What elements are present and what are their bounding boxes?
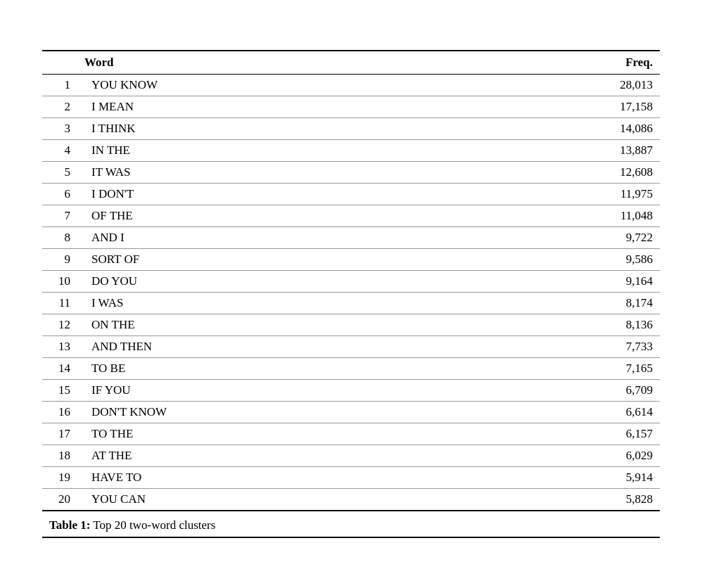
freq-cell: 6,029 — [469, 445, 660, 467]
word-cell: YOU CAN — [77, 489, 469, 511]
rank-cell: 7 — [42, 205, 77, 227]
word-cell: AND THEN — [77, 336, 469, 358]
word-cell: AND I — [77, 227, 469, 249]
freq-cell: 7,733 — [469, 336, 660, 358]
table-caption-cell: Table 1: Top 20 two-word clusters — [42, 511, 660, 537]
table-row: 12ON THE8,136 — [42, 314, 660, 336]
rank-cell: 3 — [42, 118, 77, 140]
freq-cell: 7,165 — [469, 358, 660, 380]
rank-cell: 9 — [42, 249, 77, 271]
freq-header: Freq. — [469, 51, 660, 75]
rank-cell: 5 — [42, 162, 77, 184]
table-row: 3I THINK14,086 — [42, 118, 660, 140]
word-cell: IT WAS — [77, 162, 469, 184]
word-cell: IN THE — [77, 140, 469, 162]
rank-cell: 12 — [42, 314, 77, 336]
rank-header — [42, 51, 77, 75]
word-cell: I THINK — [77, 118, 469, 140]
table-row: 16DON'T KNOW6,614 — [42, 402, 660, 423]
table-caption: Table 1: Top 20 two-word clusters — [49, 518, 215, 532]
table-container: Word Freq. 1YOU KNOW28,0132I MEAN17,1583… — [42, 50, 660, 538]
rank-cell: 8 — [42, 227, 77, 249]
rank-cell: 6 — [42, 184, 77, 205]
table-row: 10DO YOU9,164 — [42, 271, 660, 293]
table-row: 18AT THE6,029 — [42, 445, 660, 467]
word-cell: I MEAN — [77, 96, 469, 118]
table-row: 8AND I9,722 — [42, 227, 660, 249]
table-row: 14TO BE7,165 — [42, 358, 660, 380]
table-row: 1YOU KNOW28,013 — [42, 75, 660, 96]
word-cell: TO BE — [77, 358, 469, 380]
word-cell: DO YOU — [77, 271, 469, 293]
rank-cell: 15 — [42, 380, 77, 402]
table-row: 17TO THE6,157 — [42, 423, 660, 445]
freq-cell: 9,586 — [469, 249, 660, 271]
rank-cell: 11 — [42, 293, 77, 314]
table-caption-row: Table 1: Top 20 two-word clusters — [42, 511, 660, 537]
word-cell: IF YOU — [77, 380, 469, 402]
rank-cell: 14 — [42, 358, 77, 380]
word-cell: I DON'T — [77, 184, 469, 205]
table-row: 2I MEAN17,158 — [42, 96, 660, 118]
word-cell: TO THE — [77, 423, 469, 445]
rank-cell: 1 — [42, 75, 77, 96]
table-row: 15IF YOU6,709 — [42, 380, 660, 402]
word-cell: SORT OF — [77, 249, 469, 271]
word-header: Word — [77, 51, 469, 75]
table-row: 4IN THE13,887 — [42, 140, 660, 162]
table-row: 7OF THE11,048 — [42, 205, 660, 227]
freq-cell: 12,608 — [469, 162, 660, 184]
table-row: 9SORT OF9,586 — [42, 249, 660, 271]
word-cell: YOU KNOW — [77, 75, 469, 96]
rank-cell: 13 — [42, 336, 77, 358]
freq-cell: 11,048 — [469, 205, 660, 227]
freq-cell: 8,174 — [469, 293, 660, 314]
freq-cell: 11,975 — [469, 184, 660, 205]
freq-cell: 6,157 — [469, 423, 660, 445]
freq-cell: 6,709 — [469, 380, 660, 402]
rank-cell: 17 — [42, 423, 77, 445]
freq-cell: 6,614 — [469, 402, 660, 423]
rank-cell: 2 — [42, 96, 77, 118]
table-row: 13AND THEN7,733 — [42, 336, 660, 358]
word-cell: OF THE — [77, 205, 469, 227]
freq-cell: 9,164 — [469, 271, 660, 293]
rank-cell: 4 — [42, 140, 77, 162]
table-header-row: Word Freq. — [42, 51, 660, 75]
table-row: 20YOU CAN5,828 — [42, 489, 660, 511]
freq-cell: 5,914 — [469, 467, 660, 489]
word-cell: ON THE — [77, 314, 469, 336]
rank-cell: 20 — [42, 489, 77, 511]
freq-cell: 9,722 — [469, 227, 660, 249]
rank-cell: 10 — [42, 271, 77, 293]
freq-cell: 14,086 — [469, 118, 660, 140]
word-cell: HAVE TO — [77, 467, 469, 489]
caption-description: Top 20 two-word clusters — [90, 518, 215, 532]
table-row: 11I WAS8,174 — [42, 293, 660, 314]
word-cell: DON'T KNOW — [77, 402, 469, 423]
rank-cell: 16 — [42, 402, 77, 423]
word-cell: I WAS — [77, 293, 469, 314]
freq-cell: 8,136 — [469, 314, 660, 336]
table-row: 6I DON'T11,975 — [42, 184, 660, 205]
caption-label: Table 1: — [49, 518, 90, 532]
table-row: 5IT WAS12,608 — [42, 162, 660, 184]
freq-cell: 17,158 — [469, 96, 660, 118]
freq-cell: 13,887 — [469, 140, 660, 162]
rank-cell: 19 — [42, 467, 77, 489]
freq-cell: 28,013 — [469, 75, 660, 96]
freq-cell: 5,828 — [469, 489, 660, 511]
table-row: 19HAVE TO5,914 — [42, 467, 660, 489]
table-body: 1YOU KNOW28,0132I MEAN17,1583I THINK14,0… — [42, 75, 660, 511]
word-frequency-table: Word Freq. 1YOU KNOW28,0132I MEAN17,1583… — [42, 50, 660, 538]
word-cell: AT THE — [77, 445, 469, 467]
rank-cell: 18 — [42, 445, 77, 467]
